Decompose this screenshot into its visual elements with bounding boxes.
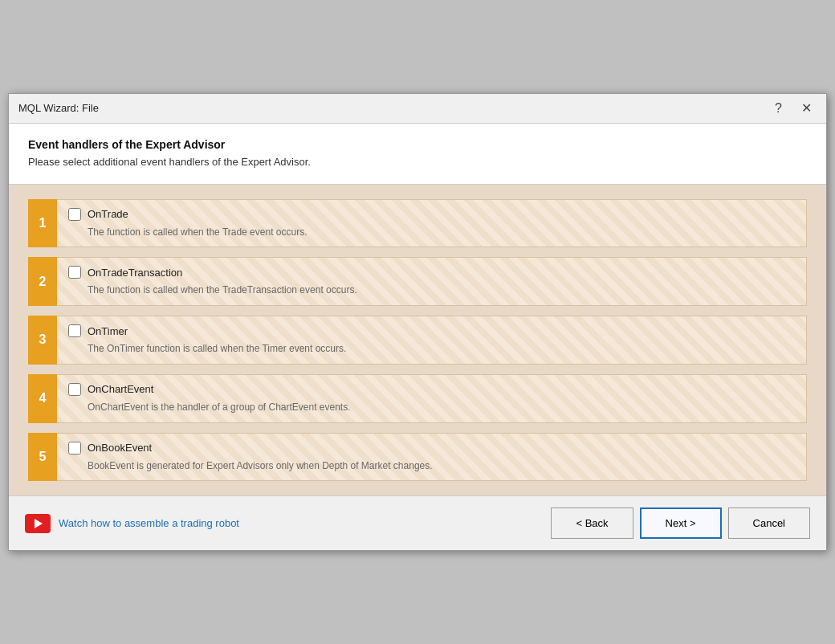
event-label-row-5: OnBookEvent xyxy=(68,442,795,454)
event-name-3: OnTimer xyxy=(88,325,128,337)
step-badge-3: 3 xyxy=(28,316,57,365)
title-bar: MQL Wizard: File ? ✕ xyxy=(9,94,826,124)
step-badge-2: 2 xyxy=(28,257,57,306)
event-checkbox-2[interactable] xyxy=(68,266,81,279)
back-button[interactable]: < Back xyxy=(551,507,633,539)
header-title: Event handlers of the Expert Advisor xyxy=(28,138,807,151)
event-checkbox-4[interactable] xyxy=(68,383,81,396)
title-bar-left: MQL Wizard: File xyxy=(18,102,99,114)
event-desc-4: OnChartEvent is the handler of a group o… xyxy=(68,401,795,414)
footer-section: Watch how to assemble a trading robot < … xyxy=(9,496,826,550)
dialog-title: MQL Wizard: File xyxy=(18,102,99,114)
header-subtitle: Please select additional event handlers … xyxy=(28,156,807,168)
event-desc-3: The OnTimer function is called when the … xyxy=(68,342,795,356)
event-name-1: OnTrade xyxy=(88,208,128,220)
youtube-icon xyxy=(25,514,51,533)
title-bar-controls: ? ✕ xyxy=(770,100,817,116)
content-section: 1 OnTrade The function is called when th… xyxy=(9,185,826,497)
event-item: 1 OnTrade The function is called when th… xyxy=(28,199,807,248)
watch-link-text: Watch how to assemble a trading robot xyxy=(59,517,239,529)
step-badge-4: 4 xyxy=(28,374,57,423)
close-button[interactable]: ✕ xyxy=(796,100,817,116)
cancel-button[interactable]: Cancel xyxy=(728,507,810,539)
step-badge-5: 5 xyxy=(28,433,57,482)
event-desc-1: The function is called when the Trade ev… xyxy=(68,226,795,239)
event-item: 5 OnBookEvent BookEvent is generated for… xyxy=(28,433,807,482)
event-item: 2 OnTradeTransaction The function is cal… xyxy=(28,257,807,306)
event-desc-2: The function is called when the TradeTra… xyxy=(68,283,795,297)
step-badge-1: 1 xyxy=(28,199,57,248)
event-checkbox-5[interactable] xyxy=(68,442,81,454)
event-checkbox-3[interactable] xyxy=(68,324,81,337)
event-label-row-2: OnTradeTransaction xyxy=(68,266,795,279)
help-button[interactable]: ? xyxy=(770,100,787,116)
event-name-2: OnTradeTransaction xyxy=(88,267,182,279)
event-content-1: OnTrade The function is called when the … xyxy=(57,200,806,247)
event-label-row-3: OnTimer xyxy=(68,324,795,337)
event-item: 3 OnTimer The OnTimer function is called… xyxy=(28,316,807,365)
button-group: < Back Next > Cancel xyxy=(551,507,810,539)
event-item: 4 OnChartEvent OnChartEvent is the handl… xyxy=(28,374,807,423)
watch-link[interactable]: Watch how to assemble a trading robot xyxy=(25,514,239,533)
event-content-2: OnTradeTransaction The function is calle… xyxy=(57,258,806,305)
event-content-3: OnTimer The OnTimer function is called w… xyxy=(57,316,806,364)
event-name-5: OnBookEvent xyxy=(88,442,152,454)
event-checkbox-1[interactable] xyxy=(68,208,81,221)
event-desc-5: BookEvent is generated for Expert Adviso… xyxy=(68,459,795,473)
header-section: Event handlers of the Expert Advisor Ple… xyxy=(9,124,826,185)
event-name-4: OnChartEvent xyxy=(88,383,153,395)
dialog-window: MQL Wizard: File ? ✕ Event handlers of t… xyxy=(8,93,827,552)
next-button[interactable]: Next > xyxy=(640,507,722,539)
youtube-play-icon xyxy=(35,519,43,528)
event-content-4: OnChartEvent OnChartEvent is the handler… xyxy=(57,375,806,422)
event-label-row-4: OnChartEvent xyxy=(68,383,795,396)
event-content-5: OnBookEvent BookEvent is generated for E… xyxy=(57,434,806,481)
event-label-row-1: OnTrade xyxy=(68,208,795,221)
